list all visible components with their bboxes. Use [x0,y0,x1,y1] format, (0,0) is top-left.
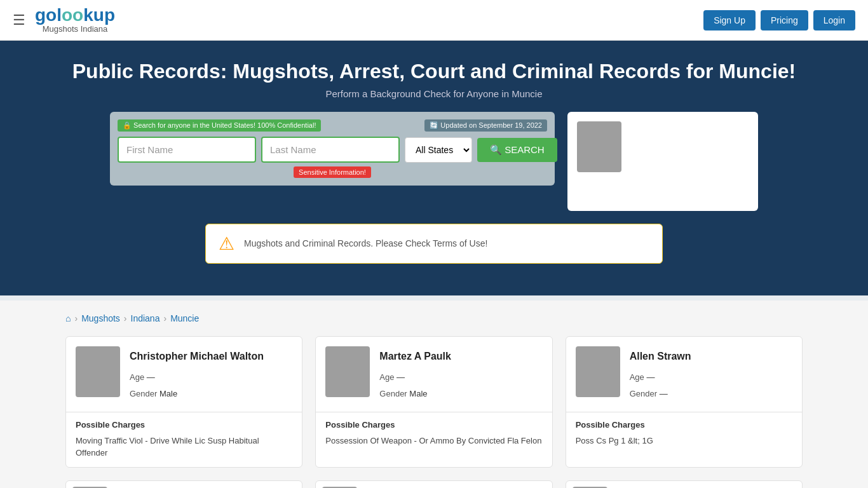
record-age-1: Age — [379,369,451,386]
updated-badge: 🔄 Updated on September 19, 2022 [424,119,547,132]
section-divider [0,295,868,301]
record-gender-2: Gender — [630,386,691,402]
confidential-badge: 🔒 Search for anyone in the United States… [118,119,321,132]
warning-icon: ⚠ [219,233,234,254]
record-gender-0: Gender Male [130,386,264,402]
charges-header-0: Possible Charges [76,420,292,430]
record-charges-2: Possible Charges Poss Cs Pg 1 &lt; 1G [566,412,802,455]
partial-card-2[interactable]: Julia Ann Carter [566,480,803,488]
breadcrumb-sep-2: › [124,313,127,323]
warning-text: Mugshots and Criminal Records. Please Ch… [244,238,487,248]
record-gender-1: Gender Male [379,386,451,402]
logo[interactable]: golookup Mugshots Indiana [35,6,115,34]
state-select[interactable]: All States Alabama Alaska Arizona Arkans… [405,137,472,163]
breadcrumb-sep-1: › [74,313,78,323]
breadcrumb-indiana[interactable]: Indiana [131,313,160,323]
signup-button[interactable]: Sign Up [703,10,756,30]
search-inputs: All States Alabama Alaska Arizona Arkans… [118,137,547,163]
record-avatar-0 [76,346,120,397]
hamburger-menu[interactable]: ☰ [13,12,25,29]
login-button[interactable]: Login [813,10,855,30]
hero-section: Public Records: Mugshots, Arrest, Court … [0,41,868,295]
record-name-2[interactable]: Allen Strawn [630,346,691,367]
record-charges-1: Possible Charges Possession Of Weapon - … [316,412,552,455]
record-card-top-1: Martez A Paulk Age — Gender Male [316,337,552,412]
breadcrumb-sep-3: › [163,313,166,323]
records-grid: Christopher Michael Walton Age — Gender … [65,336,803,468]
featured-first-name: First Name Christopher Michael [631,121,749,153]
record-card-1: Martez A Paulk Age — Gender Male Possibl… [315,336,552,468]
record-age-0: Age — [130,369,264,386]
hero-title: Public Records: Mugshots, Arrest, Court … [13,60,855,83]
record-info-0: Christopher Michael Walton Age — Gender … [130,346,264,402]
charges-text-0: Moving Traffic Viol - Drive While Lic Su… [76,435,292,459]
search-box: 🔒 Search for anyone in the United States… [110,112,555,186]
record-card-top-2: Allen Strawn Age — Gender — [566,337,802,412]
charges-text-1: Possession Of Weapon - Or Ammo By Convic… [325,435,542,447]
record-card-2: Allen Strawn Age — Gender — Possible Cha… [566,336,803,468]
breadcrumb-mugshots[interactable]: Mugshots [81,313,120,323]
record-age-2: Age — [630,369,691,386]
header-left: ☰ golookup Mugshots Indiana [13,6,115,34]
featured-person-avatar [577,121,621,172]
breadcrumb: ⌂ › Mugshots › Indiana › Muncie [65,313,803,323]
warning-bar: ⚠ Mugshots and Criminal Records. Please … [205,224,663,264]
record-info-1: Martez A Paulk Age — Gender Male [379,346,451,402]
sensitive-info-badge: Sensitive Information! [294,166,371,178]
charges-header-2: Possible Charges [576,420,792,430]
record-avatar-2 [576,346,620,397]
hero-subtitle: Perform a Background Check for Anyone in… [13,88,855,99]
record-charges-0: Possible Charges Moving Traffic Viol - D… [66,412,302,467]
record-avatar-1 [325,346,370,397]
first-name-input[interactable] [118,137,256,163]
partial-records-grid: Jennifer N Morrow Charles Thompson Jr. J… [65,480,803,488]
record-card-0: Christopher Michael Walton Age — Gender … [65,336,302,468]
partial-card-0[interactable]: Jennifer N Morrow [65,480,302,488]
record-name-1[interactable]: Martez A Paulk [379,346,451,367]
partial-card-1[interactable]: Charles Thompson Jr. [315,480,552,488]
featured-last-name: Last Name Walton [631,153,749,169]
sensitive-badge: Sensitive Information! [118,163,547,178]
home-icon[interactable]: ⌂ [65,313,71,323]
search-button[interactable]: 🔍 SEARCH [477,138,557,162]
header-right: Sign Up Pricing Login [703,10,855,30]
record-info-2: Allen Strawn Age — Gender — [630,346,691,402]
record-name-0[interactable]: Christopher Michael Walton [130,346,264,367]
featured-person-card: First Name Christopher Michael Last Name… [567,112,758,211]
logo-text: golookup [35,6,115,24]
record-card-top-0: Christopher Michael Walton Age — Gender … [66,337,302,412]
pricing-button[interactable]: Pricing [761,10,808,30]
search-box-top: 🔒 Search for anyone in the United States… [118,119,547,132]
featured-person-info: First Name Christopher Michael Last Name… [631,121,749,201]
logo-subtitle: Mugshots Indiana [35,24,115,34]
last-name-input[interactable] [261,137,400,163]
featured-gender: Gender Male [631,186,749,201]
search-container: 🔒 Search for anyone in the United States… [13,112,855,211]
main-content: ⌂ › Mugshots › Indiana › Muncie Christop… [53,301,815,488]
breadcrumb-muncie[interactable]: Muncie [170,313,199,323]
charges-header-1: Possible Charges [325,420,542,430]
header: ☰ golookup Mugshots Indiana Sign Up Pric… [0,0,868,41]
featured-age: Age — [631,170,749,186]
charges-text-2: Poss Cs Pg 1 &lt; 1G [576,435,792,447]
